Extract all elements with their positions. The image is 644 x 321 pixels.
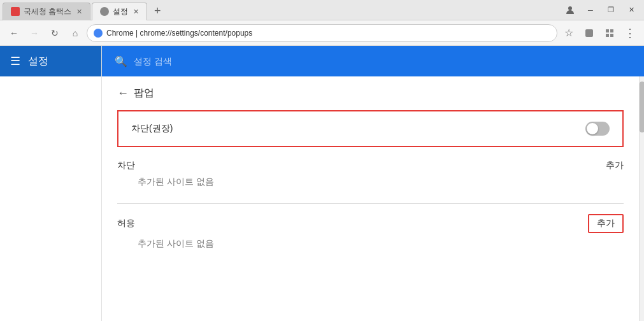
chrome-menu-button[interactable]: ⋮ — [621, 24, 639, 42]
new-tab-icon: + — [154, 4, 161, 18]
settings-scroll-area: ← 팝업 차단(권장) 차단 추가 — [102, 76, 639, 321]
divider — [117, 203, 624, 204]
omnibox-chrome-label: Chrome — [106, 29, 134, 38]
allowed-section-title: 허용 — [117, 218, 135, 229]
settings-body: ← 팝업 차단(권장) 차단 추가 — [102, 76, 644, 321]
tab-settings[interactable]: 설정 ✕ — [92, 3, 147, 20]
svg-rect-1 — [585, 29, 593, 37]
toggle-knob — [587, 123, 598, 134]
tab-group: 국세청 홈택스 ✕ 설정 ✕ + — [0, 0, 166, 20]
extension-button2[interactable] — [601, 24, 619, 42]
search-icon: 🔍 — [115, 55, 127, 68]
user-button[interactable] — [560, 0, 580, 20]
new-tab-button[interactable]: + — [148, 3, 166, 20]
omnibox-text: Chrome | chrome://settings/content/popup… — [106, 29, 550, 38]
minimize-button[interactable]: ─ — [580, 0, 601, 20]
svg-rect-4 — [606, 34, 609, 37]
sidebar: ☰ 설정 — [0, 46, 102, 321]
title-bar-left: 국세청 홈택스 ✕ 설정 ✕ + — [0, 0, 560, 20]
allowed-section-header: 허용 추가 — [117, 214, 624, 233]
blocked-section-title: 차단 — [117, 160, 135, 171]
hamburger-icon[interactable]: ☰ — [10, 54, 20, 68]
extension-icon2 — [605, 28, 615, 38]
scrollbar-track[interactable] — [639, 76, 644, 321]
allowed-empty-text: 추가된 사이트 없음 — [138, 238, 603, 250]
allowed-section: 허용 추가 추가된 사이트 없음 — [102, 206, 639, 262]
svg-rect-2 — [606, 29, 609, 32]
tab-hometax[interactable]: 국세청 홈택스 ✕ — [3, 3, 90, 20]
forward-button[interactable]: → — [25, 24, 43, 42]
svg-point-0 — [568, 6, 572, 10]
settings-search-header: 🔍 — [102, 46, 644, 76]
tab-label-hometax: 국세청 홈택스 — [24, 6, 71, 17]
toggle-label: 차단(권장) — [131, 123, 173, 134]
user-icon — [565, 5, 575, 15]
extension-button1[interactable] — [580, 24, 598, 42]
page-title: 팝업 — [134, 87, 154, 100]
omnibox-url: chrome://settings/content/popups — [140, 29, 252, 38]
close-button[interactable]: ✕ — [621, 0, 641, 20]
allowed-add-button[interactable]: 추가 — [588, 214, 624, 233]
omnibox-favicon — [94, 29, 103, 38]
back-button[interactable]: ← — [5, 24, 23, 42]
home-button[interactable]: ⌂ — [66, 24, 84, 42]
sidebar-header: ☰ 설정 — [0, 46, 101, 76]
svg-rect-5 — [610, 34, 613, 37]
svg-rect-3 — [610, 29, 613, 32]
tab-label-settings: 설정 — [113, 6, 128, 17]
right-content: 🔍 ← 팝업 차단(권장) — [102, 46, 644, 321]
blocked-section-header: 차단 추가 — [117, 160, 624, 171]
tab-favicon-hometax — [11, 7, 20, 16]
settings-search-input[interactable] — [134, 56, 631, 66]
title-bar: 국세청 홈택스 ✕ 설정 ✕ + ─ ❐ ✕ — [0, 0, 644, 20]
bookmark-button[interactable]: ☆ — [560, 24, 578, 42]
reload-button[interactable]: ↻ — [46, 24, 64, 42]
tab-close-settings[interactable]: ✕ — [133, 8, 139, 16]
scrollbar-thumb[interactable] — [640, 82, 644, 132]
settings-area: ☰ 설정 🔍 ← 팝업 차단(권장) — [0, 46, 644, 321]
block-toggle-row: 차단(권장) — [117, 110, 624, 147]
restore-button[interactable]: ❐ — [601, 0, 621, 20]
blocked-empty-text: 추가된 사이트 없음 — [138, 176, 603, 188]
blocked-add-link[interactable]: 추가 — [606, 160, 624, 171]
nav-bar: ← → ↻ ⌂ Chrome | chrome://settings/conte… — [0, 20, 644, 46]
breadcrumb-row: ← 팝업 — [102, 76, 639, 105]
extension-icon1 — [584, 28, 594, 38]
block-toggle-switch[interactable] — [585, 122, 610, 136]
tab-favicon-settings — [100, 7, 109, 16]
blocked-section: 차단 추가 추가된 사이트 없음 — [102, 152, 639, 201]
omnibox[interactable]: Chrome | chrome://settings/content/popup… — [87, 24, 557, 42]
toggle-section: 차단(권장) — [117, 110, 624, 147]
tab-close-hometax[interactable]: ✕ — [76, 8, 82, 16]
back-arrow-icon[interactable]: ← — [117, 87, 129, 100]
title-bar-right: ─ ❐ ✕ — [560, 0, 644, 20]
sidebar-title: 설정 — [28, 55, 48, 68]
